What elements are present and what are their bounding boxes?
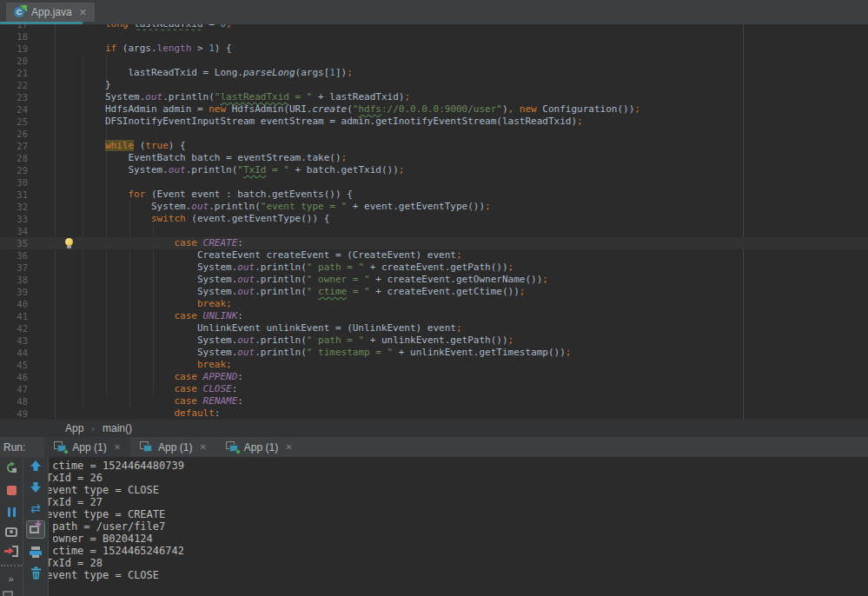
line-number[interactable]: 34 <box>0 225 28 237</box>
code-line[interactable]: 30 <box>0 176 868 189</box>
line-number[interactable]: 48 <box>0 395 28 407</box>
line-number[interactable]: 32 <box>0 201 28 213</box>
line-number[interactable]: 24 <box>0 103 28 116</box>
code-line[interactable]: 21 lastReadTxid = Long.parseLong(args[1]… <box>0 67 868 79</box>
run-tab-title: App (1) <box>244 441 278 454</box>
code-line[interactable]: 17 long lastReadTxid = 0; <box>0 24 868 30</box>
code-line[interactable]: 39 System.out.println(" ctime = " + crea… <box>0 286 868 298</box>
line-number[interactable]: 18 <box>0 30 28 43</box>
code-line[interactable]: 33 switch (event.getEventType()) { <box>0 213 868 225</box>
breadcrumb-class[interactable]: App <box>65 422 83 434</box>
clear-all-icon[interactable] <box>29 566 43 579</box>
stop-icon[interactable] <box>4 483 18 497</box>
code-line[interactable]: 19 if (args.length > 1) { <box>0 43 868 55</box>
code-line[interactable]: 23 System.out.println("lastReadTxid = " … <box>0 91 868 103</box>
code-line[interactable]: 31 for (Event event : batch.getEvents())… <box>0 189 868 201</box>
code-line[interactable]: 28 EventBatch batch = eventStream.take()… <box>0 152 868 164</box>
code-token: ctime <box>318 286 347 297</box>
line-number[interactable]: 43 <box>0 334 28 347</box>
code-line[interactable]: 20 <box>0 55 868 67</box>
breadcrumb-method[interactable]: main() <box>103 422 132 434</box>
code-line[interactable]: 27 while (true) { <box>0 140 868 152</box>
exit-icon[interactable] <box>4 544 18 558</box>
code-line[interactable]: 36 CreateEvent createEvent = (CreateEven… <box>0 249 868 262</box>
code-line[interactable]: 41 case UNLINK: <box>0 310 868 322</box>
print-icon[interactable] <box>29 545 43 559</box>
close-run-tab-icon[interactable]: ✕ <box>199 442 206 452</box>
code-line[interactable]: 38 System.out.println(" owner = " + crea… <box>0 274 868 286</box>
code-token: ; <box>347 67 353 78</box>
code-line[interactable]: 29 System.out.println("TxId = " + batch.… <box>0 164 868 176</box>
line-number[interactable]: 31 <box>0 189 28 201</box>
line-number[interactable]: 17 <box>0 24 28 30</box>
run-tab-1[interactable]: App (1)✕ <box>44 437 130 457</box>
line-number[interactable]: 41 <box>0 310 28 322</box>
code-line[interactable]: 24 HdfsAdmin admin = new HdfsAdmin(URI.c… <box>0 103 868 116</box>
line-number[interactable]: 38 <box>0 274 28 286</box>
line-number[interactable]: 28 <box>0 152 28 164</box>
code-line[interactable]: 47 case CLOSE: <box>0 383 868 395</box>
run-console[interactable]: ctime = 1524464480739TxId = 26event type… <box>49 457 868 596</box>
code-token: System. <box>59 91 145 103</box>
line-number[interactable]: 49 <box>0 407 28 420</box>
line-number[interactable]: 42 <box>0 322 28 334</box>
line-number[interactable]: 26 <box>0 128 28 140</box>
line-number[interactable]: 39 <box>0 286 28 298</box>
code-line[interactable]: 37 System.out.println(" path = " + creat… <box>0 262 868 274</box>
line-number[interactable]: 36 <box>0 249 28 262</box>
run-tab-3[interactable]: App (1)✕ <box>216 437 302 457</box>
toolwindow-icon[interactable] <box>3 591 13 596</box>
code-line[interactable]: 43 System.out.println(" path = " + unlin… <box>0 334 868 347</box>
code-line[interactable]: 49 default: <box>0 407 868 420</box>
line-number[interactable]: 23 <box>0 91 28 103</box>
code-line[interactable]: 40 break; <box>0 298 868 310</box>
line-number[interactable]: 35 <box>0 237 28 249</box>
line-number[interactable]: 33 <box>0 213 28 225</box>
code-line[interactable]: 35 case CREATE: <box>0 237 868 249</box>
line-number[interactable]: 40 <box>0 298 28 310</box>
close-run-tab-icon[interactable]: ✕ <box>114 442 121 452</box>
line-number[interactable]: 20 <box>0 55 28 67</box>
line-number[interactable]: 37 <box>0 262 28 274</box>
code-line[interactable]: 48 case RENAME: <box>0 395 868 407</box>
code-line[interactable]: 44 System.out.println(" timestamp = " + … <box>0 347 868 359</box>
down-stack-trace-icon[interactable] <box>29 480 43 494</box>
code-line[interactable]: 32 System.out.println("event type = " + … <box>0 201 868 213</box>
up-stack-trace-icon[interactable] <box>29 459 43 473</box>
intention-bulb-icon[interactable] <box>64 238 74 248</box>
line-number[interactable]: 21 <box>0 67 28 79</box>
line-number[interactable]: 47 <box>0 383 28 395</box>
close-run-tab-icon[interactable]: ✕ <box>285 442 292 452</box>
code-line[interactable]: 26 <box>0 128 868 140</box>
code-line[interactable]: 18 <box>0 30 868 43</box>
console-line: event type = CLOSE <box>49 569 868 581</box>
code-line[interactable]: 25 DFSInotifyEventInputStream eventStrea… <box>0 116 868 128</box>
line-number[interactable]: 29 <box>0 164 28 176</box>
line-number[interactable]: 27 <box>0 140 28 152</box>
code-token: HdfsAdmin(URI. <box>226 103 312 115</box>
line-number[interactable]: 44 <box>0 347 28 359</box>
code-token: " <box>237 164 243 175</box>
code-line[interactable]: 42 UnlinkEvent unlinkEvent = (UnlinkEven… <box>0 322 868 334</box>
soft-wrap-icon[interactable]: ⇄ <box>29 501 43 515</box>
scroll-to-end-icon[interactable] <box>26 520 45 539</box>
tab-app-java[interactable]: C App.java ✕ <box>6 3 95 22</box>
line-number[interactable]: 46 <box>0 371 28 383</box>
more-actions-icon[interactable]: » <box>8 573 14 584</box>
code-line[interactable]: 34 <box>0 225 868 237</box>
line-number[interactable]: 19 <box>0 43 28 55</box>
run-tab-2[interactable]: App (1)✕ <box>130 437 216 457</box>
code-token: ://0.0.0.0:9000/user" <box>381 103 502 115</box>
code-line[interactable]: 45 break; <box>0 359 868 371</box>
thread-dump-icon[interactable] <box>4 525 18 539</box>
code-line[interactable]: 22 } <box>0 79 868 91</box>
line-number[interactable]: 25 <box>0 116 28 128</box>
close-tab-icon[interactable]: ✕ <box>79 7 87 18</box>
line-number[interactable]: 30 <box>0 176 28 189</box>
rerun-icon[interactable] <box>4 460 18 474</box>
code-editor[interactable]: 17 long lastReadTxid = 0; 1819 if (args.… <box>0 24 868 420</box>
line-number[interactable]: 22 <box>0 79 28 91</box>
pause-output-icon[interactable] <box>4 505 18 519</box>
line-number[interactable]: 45 <box>0 359 28 371</box>
code-line[interactable]: 46 case APPEND: <box>0 371 868 383</box>
